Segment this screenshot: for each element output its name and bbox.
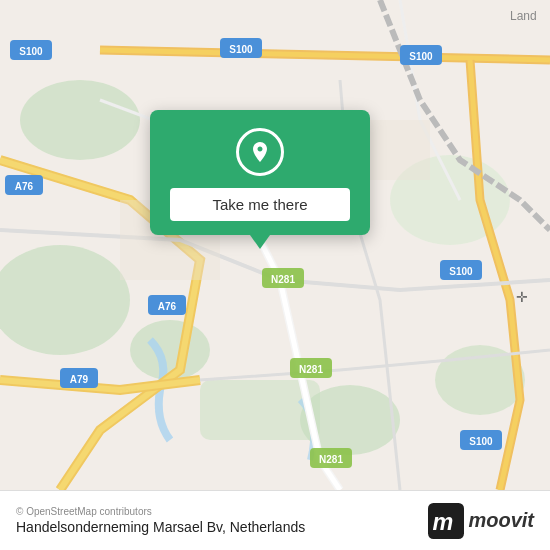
svg-text:✛: ✛ (516, 289, 528, 305)
take-me-there-button[interactable]: Take me there (170, 188, 350, 221)
map-background: S100 S100 S100 S100 S100 A76 A76 A79 N28… (0, 0, 550, 490)
svg-text:A76: A76 (158, 301, 177, 312)
popup-card: Take me there (150, 110, 370, 235)
svg-point-1 (20, 80, 140, 160)
moovit-m-icon: m (428, 503, 464, 539)
svg-text:S100: S100 (409, 51, 433, 62)
svg-text:Land: Land (510, 9, 537, 23)
map-container[interactable]: S100 S100 S100 S100 S100 A76 A76 A79 N28… (0, 0, 550, 490)
location-name: Handelsonderneming Marsael Bv, Netherlan… (16, 519, 305, 535)
svg-text:S100: S100 (449, 266, 473, 277)
svg-text:A79: A79 (70, 374, 89, 385)
svg-point-3 (130, 320, 210, 380)
svg-text:S100: S100 (229, 44, 253, 55)
svg-text:N281: N281 (271, 274, 295, 285)
svg-text:m: m (433, 509, 454, 535)
svg-text:A76: A76 (15, 181, 34, 192)
moovit-logo: m moovit (428, 503, 534, 539)
bottom-info: © OpenStreetMap contributors Handelsonde… (16, 506, 305, 535)
moovit-wordmark: moovit (468, 509, 534, 532)
svg-text:N281: N281 (299, 364, 323, 375)
bottom-bar: © OpenStreetMap contributors Handelsonde… (0, 490, 550, 550)
svg-text:S100: S100 (19, 46, 43, 57)
svg-text:S100: S100 (469, 436, 493, 447)
copyright-text: © OpenStreetMap contributors (16, 506, 305, 517)
location-pin-icon (236, 128, 284, 176)
svg-text:N281: N281 (319, 454, 343, 465)
